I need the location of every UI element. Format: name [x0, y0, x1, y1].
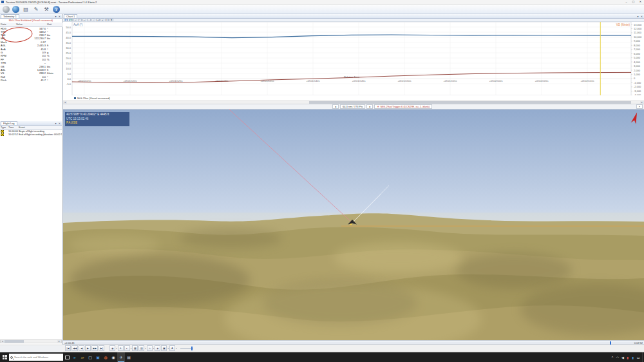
telemetry-hscrollbar[interactable]: ◂ ▸ — [0, 339, 62, 343]
next-object-button[interactable]: ▸ — [366, 104, 373, 109]
taskbar-app-notepad[interactable]: ▤ — [125, 352, 133, 362]
tray-volume-icon[interactable]: ◀ — [620, 356, 625, 359]
windows-logo-icon — [3, 355, 7, 359]
chart-tool-zoom-out[interactable]: − — [78, 19, 82, 21]
help-button[interactable]: ? — [53, 6, 60, 13]
chart-tool-pan-v[interactable]: ↕ — [91, 19, 95, 21]
chart-tool-add-series[interactable]: ✚ — [109, 19, 113, 21]
chart-tool-series-2-color[interactable]: ▦ — [69, 19, 73, 21]
pin-icon[interactable]: ▾ — [636, 15, 639, 18]
edit-flight-button[interactable]: ✎ — [32, 5, 40, 13]
tab-chart-1[interactable]: Chart 1 — [64, 14, 77, 18]
scroll-right-icon[interactable]: ▸ — [57, 340, 61, 343]
svg-text:15.0: 15.0 — [66, 62, 71, 65]
dropdown-arrow-icon[interactable]: ▾ — [131, 347, 132, 350]
selected-aircraft-label: MiG-29ux Exhibited (Visual recovered) — [0, 19, 62, 23]
svg-text:AoA (°): AoA (°) — [73, 23, 83, 26]
dropdown-arrow-icon[interactable]: ▾ — [176, 347, 177, 350]
labels-toggle-button[interactable]: ▤ — [138, 345, 144, 351]
svg-text:12,000: 12,000 — [634, 27, 642, 30]
flight-log-row[interactable]: 10:02:52End of flight recording (duratio… — [0, 133, 62, 137]
close-icon[interactable]: ✕ — [640, 15, 643, 18]
taskbar-app-file-explorer[interactable]: ▱ — [79, 352, 86, 362]
close-icon[interactable]: ✕ — [58, 15, 61, 18]
timeline-track[interactable] — [64, 343, 643, 343]
trails-toggle-button[interactable]: ∿ — [147, 345, 153, 351]
display-settings-button[interactable]: ✚ — [169, 345, 175, 351]
task-view-icon — [65, 356, 70, 359]
tray-app-red-icon[interactable]: ▮ — [625, 356, 630, 359]
window-title: Tacview 20150626-234525-[DCS.Mi-8].acmi … — [6, 1, 97, 4]
chart-tool-prev[interactable]: ◂ — [96, 19, 100, 21]
prev-object-button[interactable]: ◂ — [332, 104, 339, 109]
svg-text:0: 0 — [634, 77, 636, 80]
svg-text:11,000: 11,000 — [634, 31, 642, 34]
task-view-button[interactable] — [63, 352, 71, 362]
distance-info: 64.3 nm / 773 Pts — [340, 104, 365, 109]
svg-text:Relative Time: Relative Time — [344, 75, 360, 79]
telemetry-panel: Telemetry 1 ▾ ✕ MiG-29ux Exhibited (Visu… — [0, 14, 62, 352]
svg-text:VS (ft/min): VS (ft/min) — [616, 23, 630, 26]
play-backward-fast-button[interactable]: ◀◀ — [71, 345, 78, 351]
dropdown-arrow-icon[interactable]: ▾ — [153, 347, 155, 350]
svg-text:20.0: 20.0 — [66, 57, 71, 60]
tray-network-icon[interactable]: ◠ — [615, 356, 620, 359]
pin-icon[interactable]: ▾ — [54, 15, 57, 18]
play-button[interactable]: ▶ — [85, 345, 91, 351]
more-button[interactable]: » — [636, 104, 643, 109]
pin-icon[interactable]: ▾ — [54, 122, 57, 125]
tab-telemetry[interactable]: Telemetry 1 — [1, 14, 19, 18]
chart-tool-zoom-in[interactable]: + — [73, 19, 77, 21]
timeline-bar[interactable]: +0:00:41 0:02:52 — [63, 340, 644, 345]
camera-info-overlay: 43.57308° N 43.20402° E 4445 ft UTC 15:1… — [65, 112, 129, 126]
speed-slider-knob[interactable] — [191, 347, 193, 350]
tray-app-blue-icon[interactable]: ▮ — [630, 356, 636, 359]
tray-expand-icon[interactable]: ^ — [610, 356, 615, 359]
dropdown-arrow-icon[interactable]: ▾ — [116, 347, 117, 350]
telemetry-row[interactable]: Pitch41.7° — [0, 79, 62, 82]
go-to-end-button[interactable]: ▶| — [99, 345, 104, 351]
tools-button[interactable]: ⚒ — [43, 5, 50, 13]
chart-tool-fit-view[interactable]: ▭ — [82, 19, 86, 21]
map-mode-button[interactable]: ▦ — [132, 345, 138, 351]
taskbar-app-firefox[interactable]: ◍ — [102, 352, 109, 362]
minimize-button[interactable]: – — [623, 0, 630, 4]
play-forward-fast-button[interactable]: ▶▶ — [91, 345, 98, 351]
selected-object-badge[interactable]: ✈ MiG-29ux/Trigger-6 (DCS29E_su_1_blank) — [374, 104, 432, 109]
chart-tool-next[interactable]: ▸ — [100, 19, 104, 21]
close-icon[interactable]: ✕ — [58, 122, 61, 125]
external-view-button[interactable]: ◐ — [124, 345, 130, 351]
action-center-icon[interactable]: ▭ — [636, 356, 641, 359]
terrain-toggle-button[interactable]: ◈ — [155, 345, 160, 351]
svg-text:+0h01m40s: +0h01m40s — [306, 79, 319, 82]
layout-button[interactable]: ▤ — [22, 5, 30, 13]
maximize-button[interactable]: ▢ — [630, 0, 637, 4]
dropdown-arrow-icon[interactable]: ▾ — [167, 347, 169, 350]
go-to-start-button[interactable]: |◀ — [65, 345, 71, 351]
taskbar-app-edge[interactable]: e — [71, 352, 79, 362]
taskbar-app-chrome[interactable]: ◉ — [109, 352, 117, 362]
dropdown-arrow-icon[interactable]: ▾ — [145, 347, 146, 350]
3d-view[interactable]: 43.57308° N 43.20402° E 4445 ft UTC 15:1… — [63, 110, 644, 340]
chart-tool-options[interactable]: ▾ — [105, 19, 109, 21]
svg-text:9,000: 9,000 — [634, 39, 641, 43]
taskbar-app-store[interactable]: ▢ — [86, 352, 94, 362]
svg-text:2,000: 2,000 — [634, 69, 641, 72]
chart-tool-pan-h[interactable]: ↔ — [87, 19, 91, 21]
cockpit-view-button[interactable]: ✈ — [118, 345, 124, 351]
start-button[interactable] — [0, 352, 9, 362]
chart-plot-area[interactable]: +0h01m15s+0h01m20s+0h01m25s+0h01m30s+0h0… — [63, 22, 644, 95]
svg-text:45.0: 45.0 — [66, 31, 71, 34]
close-button[interactable]: ✕ — [637, 0, 644, 4]
taskbar-app-tacview[interactable]: ✈ — [117, 352, 125, 362]
objects-filter-button[interactable]: ▣ — [161, 345, 167, 351]
chart-tool-series-1-color[interactable]: ▦ — [64, 19, 68, 21]
tab-flight-log[interactable]: Flight Log — [1, 121, 17, 125]
taskbar-search-input[interactable]: Search the web and Windows — [9, 354, 63, 361]
play-backward-button[interactable]: ◀ — [79, 345, 84, 351]
camera-mode-button[interactable]: ◉ — [109, 345, 115, 351]
open-flight-button[interactable] — [3, 6, 10, 13]
speed-slider[interactable] — [180, 348, 193, 349]
taskbar-app-photos[interactable]: ▣ — [94, 352, 102, 362]
online-flight-button[interactable] — [12, 6, 19, 13]
